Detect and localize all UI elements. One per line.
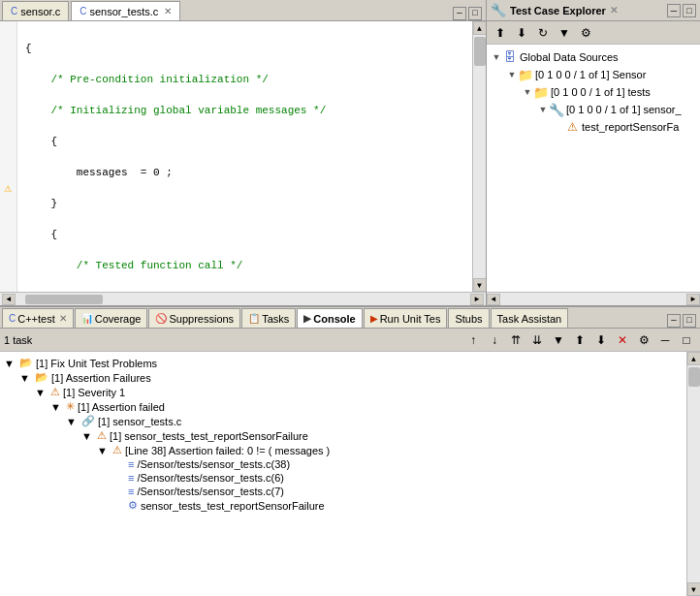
task-node-path-38[interactable]: ≡ /Sensor/tests/sensor_tests.c(38) — [4, 457, 683, 471]
scroll-down-btn2[interactable]: ▼ — [687, 582, 701, 596]
tree-node-global[interactable]: ▼ 🗄 Global Data Sources — [491, 48, 696, 66]
task-node-sensor-tests-file[interactable]: ▼ 🔗 [1] sensor_tests.c — [4, 414, 683, 428]
tab-label: Task Assistan — [497, 313, 562, 325]
task-count-label: 1 task — [4, 334, 32, 346]
task-tree: ▼ 📂 [1] Fix Unit Test Problems ▼ 📂 [1] A… — [0, 352, 686, 596]
exp-scroll-right[interactable]: ► — [686, 294, 700, 305]
toolbar-bottom-btn[interactable]: ⇊ — [527, 331, 547, 349]
expand-icon[interactable]: ▼ — [537, 105, 549, 114]
collapse-all-btn[interactable]: ⬆ — [491, 24, 510, 42]
task-tree-vscrollbar[interactable]: ▲ ▼ — [686, 352, 700, 596]
scroll-left-btn[interactable]: ◄ — [2, 294, 16, 305]
refresh-btn[interactable]: ↻ — [533, 24, 553, 42]
tree-node-label: [0 1 0 0 / 1 of 1] tests — [551, 86, 651, 98]
task-node-line38[interactable]: ▼ ⚠ [Line 38] Assertion failed: 0 != ( m… — [4, 443, 683, 457]
task-node-assertion-failed[interactable]: ▼ ✳ [1] Assertion failed — [4, 399, 683, 414]
task-node-fix[interactable]: ▼ 📂 [1] Fix Unit Test Problems — [4, 356, 683, 370]
task-node-test-func[interactable]: ▼ ⚠ [1] sensor_tests_test_reportSensorFa… — [4, 428, 683, 443]
tab-label: C++test — [17, 313, 55, 325]
expand-icon[interactable]: ▼ — [19, 372, 35, 384]
task-label: [1] sensor_tests.c — [98, 416, 181, 427]
tab-label: Console — [313, 313, 355, 325]
expand-icon[interactable]: ▼ — [50, 401, 66, 413]
expand-icon[interactable]: ▼ — [522, 87, 533, 97]
minimize-editor-btn[interactable]: ─ — [453, 7, 466, 20]
toolbar-clear-btn[interactable]: ✕ — [613, 331, 632, 349]
task-node-path-6[interactable]: ≡ /Sensor/tests/sensor_tests.c(6) — [4, 471, 683, 485]
settings-btn[interactable]: ⚙ — [576, 24, 595, 42]
maximize-editor-btn[interactable]: □ — [468, 7, 482, 20]
test-explorer-title-bar: 🔧 Test Case Explorer ✕ ─ □ — [487, 0, 700, 21]
tree-node-label: test_reportSensorFa — [582, 121, 679, 133]
asterisk-warn-icon: ✳ — [66, 400, 75, 413]
func-warn-icon: ⚠ — [97, 429, 107, 442]
task-label: [Line 38] Assertion failed: 0 != ( messa… — [125, 445, 330, 456]
sensor-folder-icon: 📁 — [518, 67, 533, 82]
tab-cpptest[interactable]: C C++test ✕ — [2, 308, 74, 328]
filter-btn[interactable]: ▼ — [555, 24, 574, 42]
global-datasource-icon: 🗄 — [502, 49, 518, 65]
toolbar-filter2-btn[interactable]: ▼ — [549, 331, 568, 349]
toolbar-maximize-btn[interactable]: □ — [677, 331, 696, 349]
tab-stubs[interactable]: Stubs — [448, 308, 489, 328]
toolbar-settings2-btn[interactable]: ⚙ — [634, 331, 653, 349]
scroll-up-btn2[interactable]: ▲ — [687, 352, 701, 365]
close-tab-icon[interactable]: ✕ — [59, 313, 67, 324]
maximize-explorer-btn[interactable]: □ — [683, 4, 696, 17]
close-tab-icon[interactable]: ✕ — [164, 6, 172, 16]
scroll-thumb[interactable] — [474, 37, 486, 66]
toolbar-minimize-btn[interactable]: ─ — [655, 331, 675, 349]
tab-tasks[interactable]: 📋 Tasks — [241, 308, 296, 328]
task-node-assertion-failures[interactable]: ▼ 📂 [1] Assertion Failures — [4, 370, 683, 385]
tab-console[interactable]: ▶ Console — [297, 308, 362, 328]
severity-icon: ⚠ — [50, 386, 60, 398]
task-node-severity[interactable]: ▼ ⚠ [1] Severity 1 — [4, 385, 683, 399]
tab-sensor-tests-c[interactable]: C sensor_tests.c ✕ — [71, 1, 180, 20]
tree-node-test-func[interactable]: ⚠ test_reportSensorFa — [491, 118, 696, 136]
expand-icon[interactable]: ▼ — [506, 70, 518, 79]
expand-icon[interactable]: ▼ — [66, 416, 81, 427]
tree-node-sensor-file[interactable]: ▼ 🔧 [0 1 0 0 / 1 of 1] sensor_ — [491, 101, 696, 118]
minimize-explorer-btn[interactable]: ─ — [667, 4, 681, 17]
tab-coverage[interactable]: 📊 Coverage — [75, 308, 148, 328]
warning-marker: ⚠ — [0, 180, 16, 196]
expand-icon[interactable]: ▼ — [81, 430, 97, 442]
tree-node-sensor[interactable]: ▼ 📁 [0 1 0 0 / 1 of 1] Sensor — [491, 66, 696, 83]
toolbar-collapse-btn[interactable]: ⬆ — [570, 331, 589, 349]
hscroll-thumb[interactable] — [25, 295, 103, 304]
editor-hscrollbar[interactable]: ◄ ► — [0, 292, 486, 305]
toolbar-go-up-btn[interactable]: ↑ — [463, 331, 483, 349]
func-item-icon: ⚙ — [128, 499, 138, 512]
explorer-tree: ▼ 🗄 Global Data Sources ▼ 📁 [0 1 0 0 / 1… — [487, 45, 700, 292]
folder-open-icon2: 📂 — [35, 371, 48, 384]
warn-icon: ⚠ — [112, 444, 122, 456]
bottom-toolbar: 1 task ↑ ↓ ⇈ ⇊ ▼ ⬆ ⬇ ✕ ⚙ ─ □ — [0, 329, 700, 352]
scroll-down-btn[interactable]: ▼ — [473, 278, 487, 292]
tree-node-tests[interactable]: ▼ 📁 [0 1 0 0 / 1 of 1] tests — [491, 83, 696, 101]
task-node-path-7[interactable]: ≡ /Sensor/tests/sensor_tests.c(7) — [4, 485, 683, 498]
toolbar-top-btn[interactable]: ⇈ — [506, 331, 525, 349]
editor-vscrollbar[interactable]: ▲ ▼ — [472, 21, 486, 292]
scroll-right-btn[interactable]: ► — [470, 294, 484, 305]
expand-icon[interactable]: ▼ — [4, 358, 19, 369]
expand-icon[interactable]: ▼ — [491, 52, 502, 62]
toolbar-go-down-btn[interactable]: ↓ — [485, 331, 504, 349]
toolbar-expand-btn[interactable]: ⬇ — [591, 331, 611, 349]
maximize-bottom-btn[interactable]: □ — [683, 314, 696, 328]
explorer-hscrollbar[interactable]: ◄ ► — [487, 292, 700, 305]
tab-suppressions[interactable]: 🚫 Suppressions — [148, 308, 240, 328]
minimize-bottom-btn[interactable]: ─ — [667, 314, 681, 328]
scroll-thumb2[interactable] — [688, 367, 700, 387]
task-label: [1] Assertion failed — [78, 401, 165, 413]
expand-icon[interactable]: ▼ — [97, 445, 112, 456]
code-line: } — [23, 196, 468, 211]
tab-task-assistant[interactable]: Task Assistan — [491, 308, 569, 328]
tab-sensor-c[interactable]: C sensor.c — [2, 1, 69, 20]
scroll-up-btn[interactable]: ▲ — [473, 21, 487, 35]
expand-all-btn[interactable]: ⬇ — [512, 24, 531, 42]
expand-icon[interactable]: ▼ — [35, 387, 50, 398]
tab-run-unit-test[interactable]: ▶ Run Unit Tes — [364, 308, 448, 328]
code-editor[interactable]: { /* Pre-condition initialization */ /* … — [17, 21, 472, 292]
exp-scroll-left[interactable]: ◄ — [487, 294, 500, 305]
task-node-func-item[interactable]: ⚙ sensor_tests_test_reportSensorFailure — [4, 498, 683, 513]
